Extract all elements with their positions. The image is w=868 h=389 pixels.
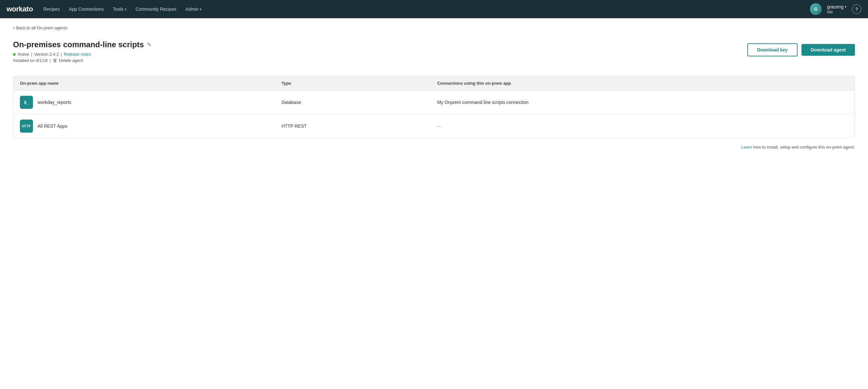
navbar: workato Recipes App Connections Tools ▾ … — [0, 0, 868, 18]
app-table-wrapper: On-prem app name Type Connections using … — [13, 76, 855, 138]
page-title: On-premises command-line scripts ✎ — [13, 40, 151, 49]
rest-app-icon: HTTP — [20, 120, 33, 133]
user-chevron-icon: ▾ — [845, 5, 846, 8]
status-text: Active — [18, 52, 29, 57]
row1-app-name-cell: $_ workday_reports — [13, 91, 275, 115]
nav-app-connections[interactable]: App Connections — [69, 6, 104, 12]
version-text: Version 2.4.2 — [34, 52, 59, 57]
app-table: On-prem app name Type Connections using … — [13, 76, 855, 138]
help-button[interactable]: ? — [852, 4, 862, 14]
breadcrumb[interactable]: Back to all On-prem agents — [13, 25, 855, 30]
title-area: On-premises command-line scripts ✎ Activ… — [13, 40, 151, 63]
table-row: HTTP All REST Apps HTTP REST — — [13, 115, 855, 138]
row1-type: Database — [275, 91, 430, 115]
avatar[interactable]: G — [810, 3, 822, 15]
user-sublabel: Me — [827, 9, 846, 14]
workday-app-icon: $_ — [20, 96, 33, 109]
page-header: On-premises command-line scripts ✎ Activ… — [13, 40, 855, 63]
edit-icon[interactable]: ✎ — [147, 42, 151, 48]
delete-agent-button[interactable]: Delete agent — [59, 58, 83, 63]
installed-on-text: Installed on 9/1/18 — [13, 58, 48, 63]
nav-recipes[interactable]: Recipes — [43, 6, 60, 12]
status-dot — [13, 53, 16, 56]
col-app-name: On-prem app name — [13, 76, 275, 91]
nav-admin[interactable]: Admin ▾ — [186, 6, 202, 12]
table-row: $_ workday_reports Database My Onprem co… — [13, 91, 855, 115]
admin-chevron-icon: ▾ — [200, 7, 202, 11]
learn-line: Learn how to install, setup and configur… — [13, 144, 855, 150]
col-type: Type — [275, 76, 430, 91]
learn-link[interactable]: Learn — [741, 144, 752, 150]
user-info[interactable]: graceng ▾ Me — [827, 4, 846, 14]
row2-type: HTTP REST — [275, 115, 430, 138]
logo[interactable]: workato — [6, 5, 33, 13]
username: graceng ▾ — [827, 4, 846, 9]
download-agent-button[interactable]: Download agent — [802, 44, 855, 56]
table-header: On-prem app name Type Connections using … — [13, 76, 855, 91]
row1-app-name: workday_reports — [37, 100, 71, 105]
table-body: $_ workday_reports Database My Onprem co… — [13, 91, 855, 138]
nav-right: G graceng ▾ Me ? — [810, 3, 862, 15]
learn-text: how to install, setup and configure this… — [752, 144, 855, 150]
row2-app-name-cell: HTTP All REST Apps — [13, 115, 275, 138]
row2-app-name: All REST Apps — [37, 124, 67, 129]
download-key-button[interactable]: Download key — [747, 43, 798, 56]
trash-icon: 🗑 — [53, 58, 57, 63]
nav-tools[interactable]: Tools ▾ — [113, 6, 126, 12]
nav-links: Recipes App Connections Tools ▾ Communit… — [43, 6, 800, 12]
nav-community-recipes[interactable]: Community Recipes — [136, 6, 177, 12]
col-connections: Connections using this on-prem app — [431, 76, 855, 91]
installed-line: Installed on 9/1/18 | 🗑 Delete agent — [13, 58, 151, 63]
main-content: Back to all On-prem agents On-premises c… — [0, 18, 868, 389]
release-notes-link[interactable]: Release notes — [64, 52, 91, 57]
tools-chevron-icon: ▾ — [125, 7, 126, 11]
row1-connection: My Onprem command line scripts connectio… — [431, 91, 855, 115]
row2-connection: — — [431, 115, 855, 138]
status-line: Active | Version 2.4.2 | Release notes — [13, 52, 151, 57]
action-buttons: Download key Download agent — [747, 43, 855, 56]
